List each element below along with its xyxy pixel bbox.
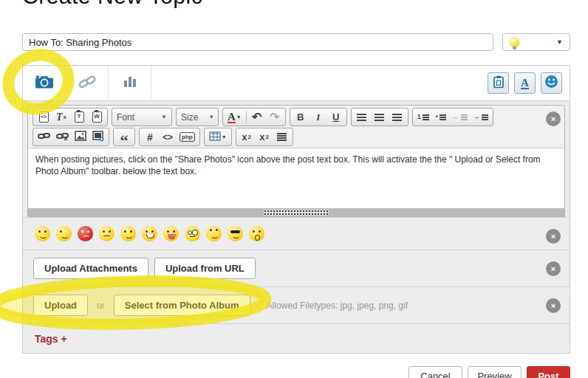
code-button[interactable]: <> (159, 129, 177, 145)
grin-emoji-icon[interactable] (142, 226, 157, 241)
align-right-icon (392, 114, 402, 115)
chevron-down-icon: ▼ (208, 114, 214, 120)
indent-icon (482, 114, 488, 116)
smile-emoji-icon[interactable] (120, 226, 136, 241)
font-color-icon: A (521, 78, 529, 89)
page-title: Create New Topic (22, 0, 202, 9)
php-button[interactable]: php (177, 129, 198, 145)
source-icon: <> (39, 111, 49, 123)
remove-format-button[interactable]: Tx (52, 109, 70, 125)
editor-content[interactable]: When posting pictures, click on the "Sha… (28, 148, 564, 208)
tags-row: Tags + (23, 324, 570, 353)
outdent-icon (461, 114, 468, 116)
insert-poll-button[interactable] (109, 66, 151, 100)
horizontal-rule-button[interactable] (273, 129, 291, 145)
insert-image-button[interactable] (72, 129, 89, 145)
image-icon (75, 131, 86, 143)
php-icon: php (180, 132, 195, 142)
indent-button[interactable]: → (471, 109, 491, 125)
underline-button[interactable]: U (327, 109, 345, 125)
remove-format-icon: T (56, 111, 63, 123)
post-button[interactable]: Post (527, 366, 570, 378)
close-editor-button[interactable]: × (546, 111, 561, 126)
font-color-button[interactable]: A (514, 72, 536, 94)
share-link-button[interactable] (66, 66, 109, 100)
emoji-row: × (23, 218, 570, 250)
chevron-down-icon: ▼ (161, 114, 167, 120)
lightbulb-icon (510, 38, 519, 47)
bold-button[interactable]: B (292, 109, 310, 125)
align-center-button[interactable] (371, 109, 389, 125)
create-topic-panel: A <> (22, 65, 570, 354)
topic-icon-dropdown[interactable]: ▼ (502, 33, 570, 51)
unamused-emoji-icon[interactable] (99, 226, 114, 241)
angry-emoji-icon[interactable] (78, 226, 93, 241)
paste-text-icon: T (75, 111, 84, 123)
undo-icon: ↶ (252, 110, 261, 124)
emoji-list (35, 226, 264, 241)
superscript-button[interactable]: x2 (256, 129, 273, 145)
close-emoji-row-button[interactable]: × (546, 229, 561, 244)
insert-link-button[interactable] (35, 129, 53, 145)
cool-emoji-icon[interactable] (228, 226, 243, 241)
tongue-emoji-icon[interactable] (163, 226, 179, 241)
upload-from-url-button[interactable]: Upload from URL (154, 258, 256, 279)
attachment-toolbar: A (23, 66, 570, 101)
blockquote-button[interactable]: “ (115, 129, 133, 145)
text-color-button[interactable]: A ▼ (225, 109, 245, 125)
chevron-down-icon: ▼ (222, 134, 227, 140)
quote-icon: “ (120, 137, 129, 145)
surprised-emoji-icon[interactable] (249, 226, 264, 241)
close-photo-row-button[interactable]: × (546, 298, 561, 313)
paste-word-button[interactable]: W (88, 109, 106, 125)
font-dropdown[interactable]: Font ▼ (112, 108, 172, 126)
subscript-button[interactable]: x2 (238, 129, 256, 145)
bar-chart-icon (123, 75, 137, 92)
align-left-icon (357, 114, 366, 115)
bullet-list-button[interactable]: • (432, 109, 450, 125)
undo-button[interactable]: ↶ (248, 109, 266, 125)
outdent-button[interactable]: ← (450, 109, 471, 125)
paste-text-button[interactable]: T (70, 109, 88, 125)
emoji-toggle-button[interactable] (541, 72, 562, 94)
table-button[interactable]: ▼ (206, 129, 230, 145)
insert-media-button[interactable] (89, 129, 107, 145)
text-color-icon: A (228, 111, 236, 123)
tags-add-link[interactable]: Tags + (35, 333, 67, 345)
media-icon (92, 131, 104, 144)
redo-button[interactable]: ↷ (266, 109, 284, 125)
hash-icon: # (147, 131, 153, 143)
upload-button[interactable]: Upload (33, 295, 88, 316)
topic-title-input[interactable] (22, 33, 493, 51)
unlink-button[interactable] (53, 129, 72, 145)
source-button[interactable]: <> (35, 109, 52, 125)
paste-word-icon: W (92, 111, 102, 123)
hashtag-button[interactable]: # (141, 129, 159, 145)
eyeroll-emoji-icon[interactable] (206, 226, 222, 241)
cancel-button[interactable]: Cancel (408, 366, 462, 378)
paste-button[interactable] (488, 72, 509, 94)
align-right-button[interactable] (389, 109, 406, 125)
redo-icon: ↷ (270, 110, 279, 124)
resize-grip[interactable] (264, 210, 329, 216)
link-icon (78, 74, 96, 93)
close-attachments-row-button[interactable]: × (546, 261, 561, 276)
numbered-list-button[interactable]: 1 (414, 109, 432, 125)
size-dropdown[interactable]: Size ▼ (176, 108, 219, 126)
select-from-photo-album-button[interactable]: Select from Photo Album (114, 295, 250, 316)
or-label: or (97, 300, 105, 311)
italic-button[interactable]: I (310, 109, 327, 125)
wink-emoji-icon[interactable] (56, 226, 72, 241)
preview-button[interactable]: Preview (468, 366, 522, 378)
allowed-filetypes-note: Allowed Filetypes: jpg, jpeg, png, gif (267, 300, 408, 311)
editor-toolbar-row1: <> Tx T W Font ▼ Size (28, 106, 564, 128)
share-photos-button[interactable] (23, 66, 66, 100)
blush-emoji-icon[interactable] (35, 226, 50, 241)
unlink-icon (56, 131, 69, 143)
code-icon: <> (163, 132, 173, 142)
bullet-list-icon (440, 114, 446, 116)
align-left-button[interactable] (353, 109, 371, 125)
upload-attachments-button[interactable]: Upload Attachments (33, 258, 148, 279)
horizontal-rule-icon (277, 133, 287, 134)
flushed-emoji-icon[interactable] (185, 226, 200, 241)
